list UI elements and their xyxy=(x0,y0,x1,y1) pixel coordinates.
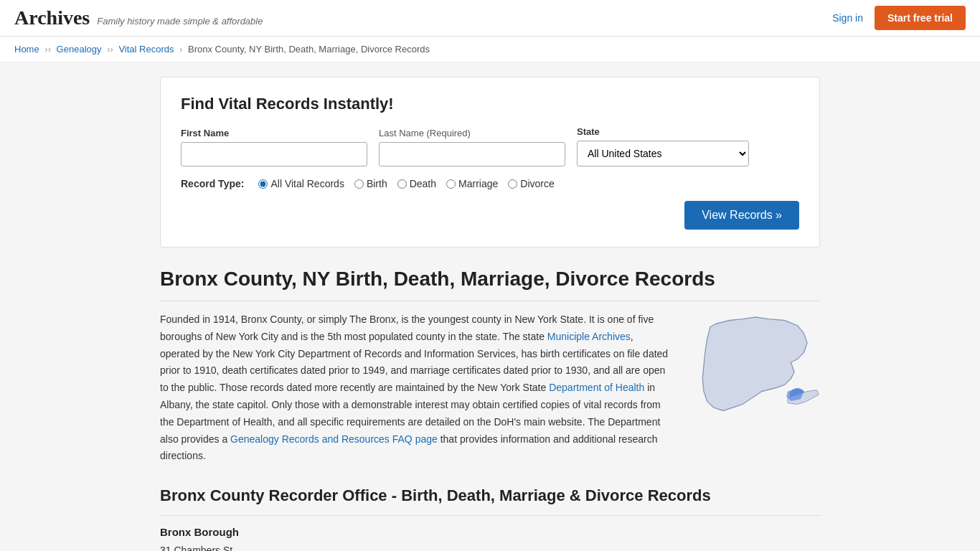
radio-birth-input[interactable] xyxy=(354,179,364,189)
radio-death-label: Death xyxy=(410,178,436,189)
ny-state-map xyxy=(691,311,820,428)
breadcrumb-sep-1: ›› xyxy=(44,44,53,55)
radio-birth-label: Birth xyxy=(367,178,387,189)
radio-divorce-input[interactable] xyxy=(508,179,517,189)
header-logo-area: Archives Family history made simple & af… xyxy=(14,6,263,29)
last-name-input[interactable] xyxy=(379,142,565,166)
radio-death-input[interactable] xyxy=(397,179,407,189)
radio-marriage-input[interactable] xyxy=(446,179,456,189)
breadcrumb-sep-3: › xyxy=(179,44,185,55)
recorder-section: Bronx County Recorder Office - Birth, De… xyxy=(160,486,820,551)
map-container xyxy=(691,311,820,465)
record-type-label: Record Type: xyxy=(181,178,244,189)
radio-divorce-label: Divorce xyxy=(520,178,554,189)
breadcrumb-sep-2: ›› xyxy=(107,44,116,55)
office-address1: 31 Chambers St xyxy=(160,542,820,551)
breadcrumb: Home ›› Genealogy ›› Vital Records › Bro… xyxy=(0,37,980,62)
radio-all[interactable]: All Vital Records xyxy=(258,178,344,189)
sign-in-link[interactable]: Sign in xyxy=(832,12,863,24)
search-box: Find Vital Records Instantly! First Name… xyxy=(160,77,820,248)
view-records-button[interactable]: View Records » xyxy=(684,201,799,230)
radio-all-input[interactable] xyxy=(258,179,268,189)
radio-marriage[interactable]: Marriage xyxy=(446,178,498,189)
record-type-row: Record Type: All Vital Records Birth Dea… xyxy=(181,178,799,189)
search-button-row: View Records » xyxy=(181,201,799,230)
site-header: Archives Family history made simple & af… xyxy=(0,0,980,37)
first-name-input[interactable] xyxy=(181,142,367,166)
last-name-label: Last Name (Required) xyxy=(379,128,565,138)
municiple-archives-link[interactable]: Municiple Archives xyxy=(547,331,631,342)
main-content: Find Vital Records Instantly! First Name… xyxy=(146,62,834,551)
state-select[interactable]: All United StatesNew YorkNew JerseyCalif… xyxy=(577,141,749,166)
site-logo: Archives xyxy=(14,6,90,29)
page-title: Bronx County, NY Birth, Death, Marriage,… xyxy=(160,268,820,301)
description-text: Founded in 1914, Bronx County, or simply… xyxy=(160,311,674,465)
state-group: State All United StatesNew YorkNew Jerse… xyxy=(577,126,749,166)
breadcrumb-genealogy[interactable]: Genealogy xyxy=(57,44,102,55)
genealogy-faq-link[interactable]: Genealogy Records and Resources FAQ page xyxy=(230,433,438,445)
recorder-title: Bronx County Recorder Office - Birth, De… xyxy=(160,486,820,516)
dept-health-link[interactable]: Department of Health xyxy=(549,382,644,393)
site-tagline: Family history made simple & affordable xyxy=(97,16,263,27)
state-label: State xyxy=(577,126,749,137)
last-name-group: Last Name (Required) xyxy=(379,128,565,166)
radio-death[interactable]: Death xyxy=(397,178,436,189)
first-name-group: First Name xyxy=(181,128,367,166)
first-name-label: First Name xyxy=(181,128,367,138)
radio-divorce[interactable]: Divorce xyxy=(508,178,554,189)
search-title: Find Vital Records Instantly! xyxy=(181,95,799,113)
office-name: Bronx Borough xyxy=(160,526,820,538)
radio-birth[interactable]: Birth xyxy=(354,178,387,189)
start-trial-button[interactable]: Start free trial xyxy=(875,6,966,30)
breadcrumb-current: Bronx County, NY Birth, Death, Marriage,… xyxy=(188,44,430,55)
header-actions: Sign in Start free trial xyxy=(832,6,966,30)
search-form-row: First Name Last Name (Required) State Al… xyxy=(181,126,799,166)
radio-all-label: All Vital Records xyxy=(270,178,344,189)
description-area: Founded in 1914, Bronx County, or simply… xyxy=(160,311,820,465)
radio-marriage-label: Marriage xyxy=(458,178,498,189)
breadcrumb-vital-records[interactable]: Vital Records xyxy=(118,44,174,55)
breadcrumb-home[interactable]: Home xyxy=(14,44,39,55)
